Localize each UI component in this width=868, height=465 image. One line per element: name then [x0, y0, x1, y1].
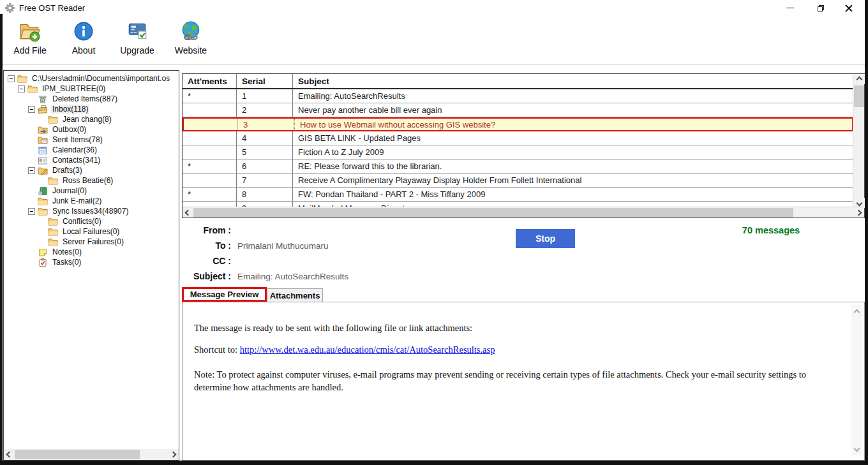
serial-cell: 8	[237, 188, 293, 201]
collapse-expander-icon[interactable]	[28, 106, 35, 113]
window-frame	[0, 14, 3, 465]
serial-cell: 4	[237, 131, 293, 145]
column-header-subject[interactable]: Subject	[293, 74, 853, 88]
message-row-5[interactable]: 5Fiction A to Z July 2009	[183, 145, 853, 159]
scroll-right-icon[interactable]	[168, 449, 179, 460]
to-row: To : Primalani Muthucumaru	[182, 239, 329, 253]
tab-message-preview[interactable]: Message Preview	[182, 287, 267, 302]
folder-icon	[48, 237, 58, 247]
message-list-content: Att'mentsSerialSubject *1Emailing: AutoS…	[183, 74, 853, 208]
stop-button[interactable]: Stop	[516, 229, 575, 248]
toolbar-button-label: Add File	[13, 45, 46, 55]
close-icon	[845, 4, 853, 12]
tree-item-ipm-subtree-0[interactable]: IPM_SUBTREE(0)	[4, 84, 179, 94]
journal-icon	[38, 186, 48, 196]
minimize-button[interactable]	[776, 0, 804, 16]
tree-item-tasks-0[interactable]: Tasks(0)	[4, 257, 179, 267]
window-title: Free OST Reader	[19, 3, 85, 13]
tree-item-label: Contacts(341)	[51, 156, 101, 165]
scrollbar-thumb[interactable]	[193, 208, 793, 218]
shortcut-link[interactable]: http://www.det.wa.edu.au/education/cmis/…	[240, 344, 495, 355]
scroll-up-icon[interactable]	[853, 74, 865, 84]
tree-item-sync-issues34-48907[interactable]: Sync Issues34(48907)	[4, 206, 179, 216]
subject-cell: Emailing: AutoSearchResults	[293, 89, 853, 103]
preview-note-text: Note: To protect against computer viruse…	[194, 369, 823, 394]
tree-item-junk-e-mail-2[interactable]: Junk E-mail(2)	[4, 196, 179, 206]
tree-item-label: Journal(0)	[51, 186, 88, 195]
message-row-8[interactable]: *8FW: Pondan Thailand - PART 2 - Miss Ti…	[183, 188, 853, 202]
tree-item-label: Ross Beatie(6)	[61, 176, 114, 185]
scrollbar-thumb[interactable]	[854, 85, 864, 107]
message-row-4[interactable]: 4GIS BETA LINK - Updated Pages	[183, 131, 853, 145]
scroll-left-icon[interactable]	[183, 207, 193, 218]
message-list-horizontal-scrollbar[interactable]	[183, 207, 864, 218]
folder-icon	[48, 227, 58, 237]
toolbar-button-add-file[interactable]: Add File	[10, 20, 50, 55]
sent-items-icon	[38, 135, 48, 145]
from-label: From :	[182, 225, 231, 235]
collapse-expander-icon[interactable]	[8, 75, 15, 82]
tree-item-contacts-341[interactable]: Contacts(341)	[4, 155, 179, 165]
message-row-7[interactable]: 7Receive A Complimentary Playaway Displa…	[183, 173, 853, 188]
toolbar-button-website[interactable]: Website	[171, 20, 211, 55]
tree-horizontal-scrollbar[interactable]	[4, 449, 179, 460]
tree-item-drafts-3[interactable]: Drafts(3)	[4, 165, 179, 175]
tree-item-outbox-0[interactable]: Outbox(0)	[4, 124, 179, 135]
subject-row: Subject : Emailing: AutoSearchResults	[182, 269, 348, 283]
collapse-expander-icon[interactable]	[18, 85, 25, 92]
collapse-expander-icon[interactable]	[28, 167, 35, 174]
drafts-icon	[38, 166, 48, 175]
website-icon	[179, 20, 203, 44]
tree-item-deleted-items-887[interactable]: Deleted Items(887)	[4, 94, 179, 104]
tree-item-journal-0[interactable]: Journal(0)	[4, 186, 179, 196]
collapse-expander-icon[interactable]	[28, 208, 35, 215]
tree-item-calendar-36[interactable]: Calendar(36)	[4, 145, 179, 155]
message-list-rows: *1Emailing: AutoSearchResults2Never pay …	[183, 89, 853, 208]
tree-item-conflicts-0[interactable]: Conflicts(0)	[4, 216, 179, 226]
tree-item-label: Conflicts(0)	[61, 217, 103, 226]
restore-button[interactable]	[807, 0, 835, 16]
subject-cell: RE: Please forward this to the librarian…	[293, 159, 853, 173]
scroll-up-icon[interactable]	[851, 306, 862, 318]
scroll-left-icon[interactable]	[4, 449, 15, 460]
close-button[interactable]	[835, 0, 863, 16]
tree-item-c-users-admin-documents-important-os[interactable]: C:\Users\admin\Documents\important.os	[4, 73, 179, 84]
preview-vertical-scrollbar[interactable]	[851, 305, 862, 455]
deleted-items-icon	[38, 94, 48, 104]
tree-item-jean-chang-8[interactable]: Jean chang(8)	[4, 114, 179, 124]
tab-attachments[interactable]: Attachments	[267, 288, 323, 303]
column-header-serial[interactable]: Serial	[237, 74, 293, 88]
tree-item-label: Junk E-mail(2)	[51, 196, 103, 205]
tree-item-inbox-118[interactable]: Inbox(118)	[4, 104, 179, 114]
tree-item-notes-0[interactable]: Notes(0)	[4, 247, 179, 257]
toolbar-button-about[interactable]: About	[64, 20, 103, 55]
outbox-icon	[38, 125, 48, 135]
titlebar: Free OST Reader	[0, 0, 868, 16]
tree-item-ross-beatie-6[interactable]: Ross Beatie(6)	[4, 175, 179, 186]
app-window: Free OST Reader Add FileAboutUpgradeWebs…	[0, 0, 868, 465]
tree-item-label: IPM_SUBTREE(0)	[41, 84, 107, 93]
to-label: To :	[182, 240, 231, 251]
attachment-marker	[184, 119, 238, 130]
tree-item-server-failures-0[interactable]: Server Failures(0)	[4, 237, 179, 247]
scroll-right-icon[interactable]	[853, 207, 864, 218]
message-row-3[interactable]: 3How to use Webmail without accessing GI…	[183, 117, 853, 131]
column-header-att-ments[interactable]: Att'ments	[183, 74, 237, 88]
attachment-marker	[183, 131, 237, 145]
tree-item-local-failures-0[interactable]: Local Failures(0)	[4, 226, 179, 237]
to-value: Primalani Muthucumaru	[237, 241, 329, 251]
serial-cell: 2	[237, 103, 293, 117]
tasks-icon	[38, 258, 48, 267]
attachment-marker	[183, 103, 237, 117]
scroll-down-icon[interactable]	[851, 443, 862, 454]
message-row-1[interactable]: *1Emailing: AutoSearchResults	[183, 89, 853, 103]
message-row-2[interactable]: 2Never pay another cable bill ever again	[183, 103, 853, 117]
scrollbar-thumb[interactable]	[15, 450, 140, 459]
tree-item-sent-items-78[interactable]: Sent Items(78)	[4, 135, 179, 145]
message-list-vertical-scrollbar[interactable]	[853, 74, 864, 208]
window-frame	[0, 461, 868, 465]
message-row-6[interactable]: *6RE: Please forward this to the librari…	[183, 159, 853, 173]
attachment-marker: *	[183, 188, 237, 201]
toolbar-button-upgrade[interactable]: Upgrade	[117, 20, 157, 55]
toolbar-button-label: Website	[175, 45, 207, 55]
